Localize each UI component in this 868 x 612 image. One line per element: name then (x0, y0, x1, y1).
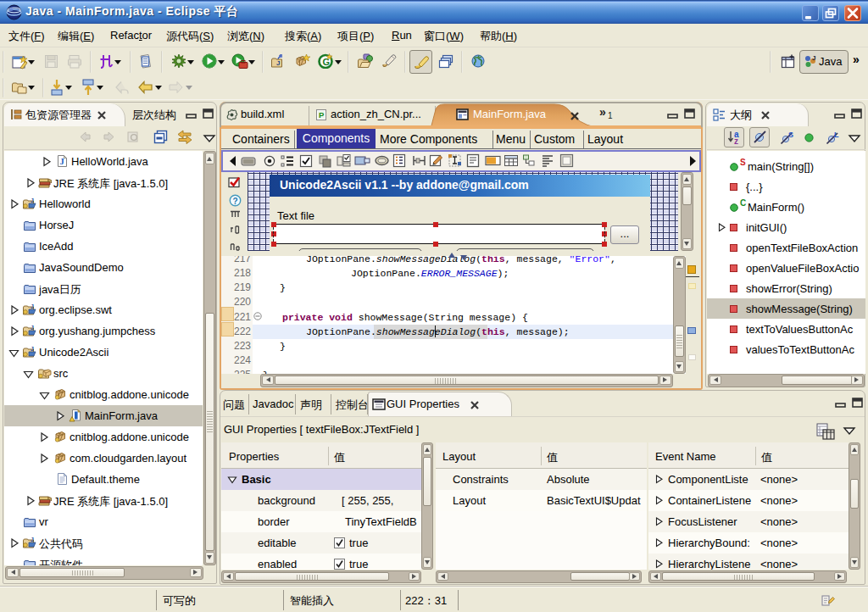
svg-text:?: ? (233, 197, 238, 206)
svg-text:P: P (319, 110, 325, 120)
svg-text:L: L (834, 131, 839, 139)
svg-text:J: J (812, 54, 815, 62)
svg-text:J: J (276, 59, 280, 67)
svg-text:S: S (788, 131, 793, 139)
svg-text:z: z (734, 136, 738, 145)
